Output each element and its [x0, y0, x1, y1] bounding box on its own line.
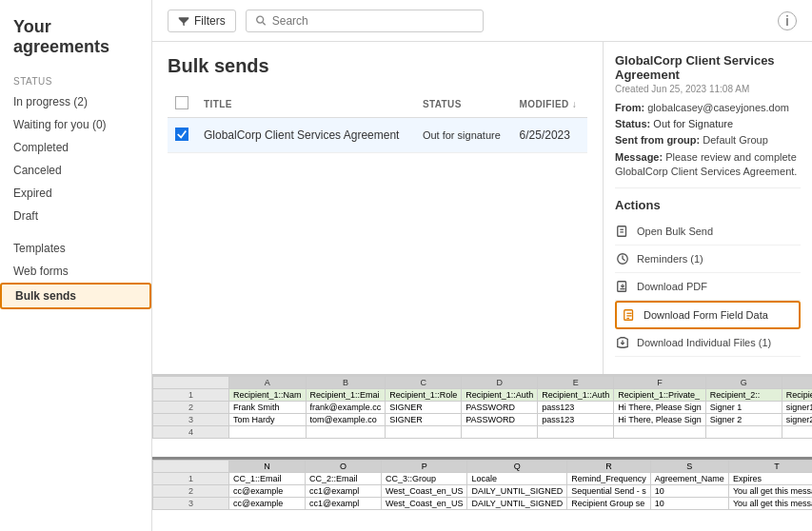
select-all-checkbox[interactable] — [175, 96, 188, 109]
top-cell-1-7: signer2@exa — [782, 414, 812, 426]
status-row: Status: Out for Signature — [615, 118, 801, 129]
bottom-col-N: N — [229, 461, 306, 473]
row-checkbox[interactable] — [175, 128, 188, 141]
message-row: Message: Please review and complete Glob… — [615, 150, 801, 180]
top-cell-1-6: Signer 2 — [705, 414, 782, 426]
bottom-col-O: O — [306, 461, 382, 473]
sidebar-item-waiting[interactable]: Waiting for you (0) — [0, 113, 151, 136]
download-individual-files-icon — [615, 335, 630, 350]
bottom-cell-1-5: 10 — [650, 498, 728, 510]
spreadsheet-top[interactable]: A B C D E F G H I J K L — [152, 376, 812, 460]
top-row-0-num: 2 — [153, 402, 229, 414]
row-1-num: 1 — [153, 389, 229, 402]
open-bulk-send-icon — [615, 224, 630, 239]
top-row-2-num: 4 — [153, 426, 229, 439]
table-row[interactable]: GlobalCorp Client Services Agreement Out… — [168, 118, 587, 153]
action-download-individual-files-label: Download Individual Files (1) — [637, 337, 771, 348]
reminders-icon — [615, 251, 630, 266]
col-title: TITLE — [196, 90, 415, 118]
top-cell-0-3: PASSWORD — [462, 402, 538, 414]
sidebar-item-bulk-sends[interactable]: Bulk sends — [0, 283, 151, 309]
spreadsheet-section: A B C D E F G H I J K L — [152, 374, 812, 531]
download-pdf-icon — [615, 279, 630, 294]
bottom-header-row-num: 1 — [153, 473, 229, 485]
sidebar-title: Your agreements — [0, 10, 151, 70]
sidebar-item-completed[interactable]: Completed — [0, 136, 151, 159]
bottom-col-Q: Q — [467, 461, 567, 473]
bottom-cell-1-0: cc@example — [229, 498, 306, 510]
svg-line-1 — [263, 22, 266, 25]
bottom-cell-0-2: West_Coast_en_US — [382, 485, 467, 498]
bottom-header-Q: Locale — [467, 473, 567, 485]
topbar: Filters i — [152, 0, 812, 42]
sidebar-item-in-progress[interactable]: In progress (2) — [0, 90, 151, 113]
action-download-form-field-data[interactable]: Download Form Field Data — [615, 301, 801, 329]
top-cell-2-1 — [306, 426, 386, 439]
from-row: From: globalcasey@caseyjones.dom — [615, 102, 801, 113]
col-E: E — [538, 377, 614, 389]
col-B: B — [306, 377, 386, 389]
sidebar-item-web-forms[interactable]: Web forms — [0, 260, 151, 283]
bottom-cell-0-5: 10 — [650, 485, 728, 498]
sidebar-item-draft[interactable]: Draft — [0, 205, 151, 227]
top-cell-1-2: SIGNER — [386, 414, 462, 426]
svg-line-7 — [623, 259, 625, 261]
bottom-row-num-header — [153, 461, 229, 473]
spreadsheet-bottom[interactable]: N O P Q R S T U V W 1 — [152, 460, 812, 531]
cell-1-B: Recipient_1::Emai — [306, 389, 386, 402]
bottom-col-R: R — [567, 461, 651, 473]
checkbox-check-icon — [176, 128, 188, 140]
top-cell-0-7: signer1@exa — [782, 402, 812, 414]
panel-divider — [615, 187, 801, 188]
cell-1-C: Recipient_1::Role — [386, 389, 462, 402]
top-cell-2-5 — [614, 426, 705, 439]
col-A: A — [229, 377, 307, 389]
col-F: F — [614, 377, 705, 389]
col-status: STATUS — [415, 90, 512, 118]
bottom-header-S: Agreement_Name — [650, 473, 728, 485]
actions-title: Actions — [615, 198, 801, 212]
bottom-cell-0-1: cc1@exampl — [306, 485, 382, 498]
row-modified: 6/25/2023 — [512, 118, 587, 153]
top-cell-0-2: SIGNER — [386, 402, 462, 414]
filter-icon — [178, 15, 189, 27]
bottom-cell-1-4: Recipient Group se — [567, 498, 651, 510]
sidebar-item-templates[interactable]: Templates — [0, 237, 151, 260]
top-cell-0-6: Signer 1 — [705, 402, 782, 414]
spreadsheet-bottom-table: N O P Q R S T U V W 1 — [152, 460, 812, 510]
bottom-cell-0-0: cc@example — [229, 485, 306, 498]
bottom-row-1-num: 3 — [153, 498, 229, 510]
bottom-header-P: CC_3::Group — [382, 473, 467, 485]
top-cell-0-0: Frank Smith — [229, 402, 307, 414]
sidebar-item-expired[interactable]: Expired — [0, 182, 151, 205]
action-open-bulk-send-label: Open Bulk Send — [637, 226, 713, 237]
bottom-cell-1-2: West_Coast_en_US — [382, 498, 467, 510]
row-title: GlobalCorp Client Services Agreement — [196, 118, 415, 153]
top-cell-2-3 — [462, 426, 538, 439]
top-cell-2-2 — [386, 426, 462, 439]
group-row: Sent from group: Default Group — [615, 134, 801, 146]
action-download-individual-files[interactable]: Download Individual Files (1) — [615, 329, 801, 357]
bottom-cell-0-4: Sequential Send - s — [567, 485, 651, 498]
bottom-col-S: S — [650, 461, 728, 473]
bottom-cell-1-3: DAILY_UNTIL_SIGNED — [467, 498, 567, 510]
action-reminders[interactable]: Reminders (1) — [615, 246, 801, 273]
bottom-cell-1-1: cc1@exampl — [306, 498, 382, 510]
agreement-created: Created Jun 25, 2023 11:08 AM — [615, 84, 801, 94]
top-cell-1-3: PASSWORD — [462, 414, 538, 426]
sidebar-item-canceled[interactable]: Canceled — [0, 159, 151, 182]
bottom-header-N: CC_1::Email — [229, 473, 306, 485]
top-row-1-num: 3 — [153, 414, 229, 426]
search-input[interactable] — [272, 14, 473, 28]
cell-1-H: Recipient_2:: — [782, 389, 812, 402]
top-cell-1-0: Tom Hardy — [229, 414, 307, 426]
top-cell-1-4: pass123 — [538, 414, 614, 426]
bottom-cell-0-6: You all get this messag — [728, 485, 812, 498]
page-title: Bulk sends — [168, 55, 587, 77]
action-download-pdf[interactable]: Download PDF — [615, 273, 801, 301]
top-cell-0-1: frank@example.cc — [306, 402, 386, 414]
info-button[interactable]: i — [778, 11, 797, 30]
action-open-bulk-send[interactable]: Open Bulk Send — [615, 218, 801, 246]
filter-button[interactable]: Filters — [168, 10, 236, 32]
search-icon — [256, 15, 267, 27]
